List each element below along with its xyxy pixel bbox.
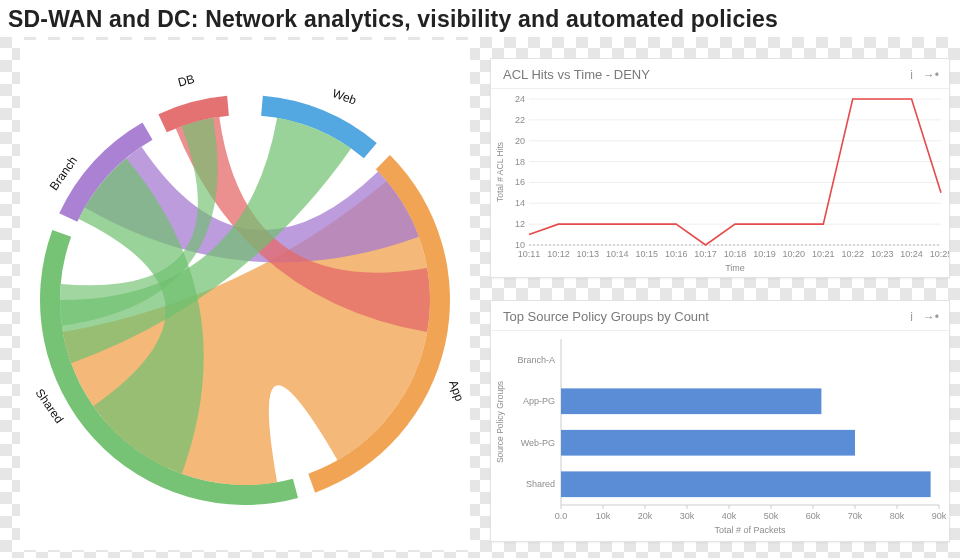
svg-text:10:24: 10:24 [900, 249, 923, 259]
svg-text:0.0: 0.0 [555, 511, 568, 521]
page-title: SD-WAN and DC: Network analytics, visibi… [0, 0, 960, 37]
acl-hits-card: ACL Hits vs Time - DENY i →• 10121416182… [490, 58, 950, 278]
svg-text:Web-PG: Web-PG [521, 438, 555, 448]
svg-text:Shared: Shared [526, 479, 555, 489]
chord-diagram: BranchDBWebAppShared [20, 40, 470, 550]
svg-text:14: 14 [515, 198, 525, 208]
svg-text:10:12: 10:12 [547, 249, 570, 259]
svg-text:20: 20 [515, 136, 525, 146]
acl-line-chart: 101214161820222410:1110:1210:1310:1410:1… [491, 89, 949, 275]
svg-text:10:22: 10:22 [841, 249, 864, 259]
svg-text:10:19: 10:19 [753, 249, 776, 259]
svg-text:Total # of Packets: Total # of Packets [714, 525, 786, 535]
svg-text:Time: Time [725, 263, 745, 273]
svg-text:10:15: 10:15 [635, 249, 658, 259]
bar [561, 471, 931, 497]
svg-text:10:16: 10:16 [665, 249, 688, 259]
info-icon[interactable]: i [910, 310, 913, 324]
top-src-card-header: Top Source Policy Groups by Count i →• [491, 301, 949, 331]
svg-text:10:14: 10:14 [606, 249, 629, 259]
bar [561, 388, 821, 414]
svg-text:60k: 60k [806, 511, 821, 521]
share-icon[interactable]: →• [923, 68, 939, 82]
top-src-card-body: 0.010k20k30k40k50k60k70k80k90kTotal # of… [491, 331, 949, 543]
chord-label: Shared [33, 386, 67, 426]
svg-text:30k: 30k [680, 511, 695, 521]
svg-text:40k: 40k [722, 511, 737, 521]
chord-diagram-panel: BranchDBWebAppShared [20, 40, 470, 550]
svg-text:90k: 90k [932, 511, 947, 521]
info-icon[interactable]: i [910, 68, 913, 82]
svg-text:10:23: 10:23 [871, 249, 894, 259]
svg-text:10:18: 10:18 [724, 249, 747, 259]
card-actions: i →• [910, 68, 939, 82]
line-series [529, 99, 941, 245]
svg-text:50k: 50k [764, 511, 779, 521]
svg-text:10:25: 10:25 [930, 249, 949, 259]
svg-text:10:21: 10:21 [812, 249, 835, 259]
top-src-card: Top Source Policy Groups by Count i →• 0… [490, 300, 950, 542]
svg-text:24: 24 [515, 94, 525, 104]
svg-text:10:17: 10:17 [694, 249, 717, 259]
svg-text:10:13: 10:13 [577, 249, 600, 259]
bar [561, 430, 855, 456]
acl-hits-card-title: ACL Hits vs Time - DENY [503, 67, 650, 82]
chord-label: App [446, 378, 467, 403]
svg-text:70k: 70k [848, 511, 863, 521]
svg-text:16: 16 [515, 177, 525, 187]
svg-text:12: 12 [515, 219, 525, 229]
top-src-bar-chart: 0.010k20k30k40k50k60k70k80k90kTotal # of… [491, 331, 949, 539]
svg-text:Branch-A: Branch-A [517, 355, 555, 365]
svg-text:10k: 10k [596, 511, 611, 521]
svg-text:Total # ACL Hits: Total # ACL Hits [495, 142, 505, 202]
chord-label: Web [330, 86, 358, 108]
svg-text:10:20: 10:20 [783, 249, 806, 259]
share-icon[interactable]: →• [923, 310, 939, 324]
svg-text:80k: 80k [890, 511, 905, 521]
svg-text:20k: 20k [638, 511, 653, 521]
card-actions: i →• [910, 310, 939, 324]
svg-text:22: 22 [515, 115, 525, 125]
svg-text:Source Policy Groups: Source Policy Groups [495, 381, 505, 463]
svg-text:App-PG: App-PG [523, 396, 555, 406]
acl-hits-card-header: ACL Hits vs Time - DENY i →• [491, 59, 949, 89]
svg-text:10:11: 10:11 [518, 249, 541, 259]
top-src-card-title: Top Source Policy Groups by Count [503, 309, 709, 324]
acl-hits-card-body: 101214161820222410:1110:1210:1310:1410:1… [491, 89, 949, 279]
svg-text:18: 18 [515, 157, 525, 167]
chord-label: DB [176, 72, 196, 90]
